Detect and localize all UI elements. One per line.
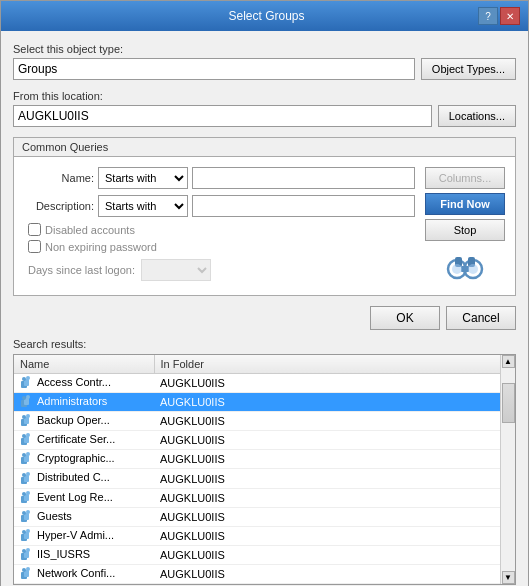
result-name-text: Hyper-V Admi... (37, 529, 114, 541)
group-icon (20, 567, 37, 579)
table-row[interactable]: Access Contr...AUGKLU0IIS (14, 374, 500, 393)
disabled-accounts-checkbox[interactable] (28, 223, 41, 236)
svg-point-37 (22, 511, 26, 515)
columns-button[interactable]: Columns... (425, 167, 505, 189)
object-type-row: Object Types... (13, 58, 516, 80)
find-now-button[interactable]: Find Now (425, 193, 505, 215)
object-types-button[interactable]: Object Types... (421, 58, 516, 80)
svg-point-18 (26, 414, 30, 418)
common-queries-group: Common Queries Name: Starts with Descrip… (13, 137, 516, 296)
name-filter-select[interactable]: Starts with (98, 167, 188, 189)
window-body: Select this object type: Object Types...… (1, 31, 528, 586)
header-row: Name In Folder (14, 355, 500, 374)
svg-point-50 (26, 567, 30, 571)
help-button[interactable]: ? (478, 7, 498, 25)
col-folder-header[interactable]: In Folder (154, 355, 500, 374)
result-folder-cell: AUGKLU0IIS (154, 412, 500, 431)
close-button[interactable]: ✕ (500, 7, 520, 25)
table-row[interactable]: Cryptographic...AUGKLU0IIS (14, 450, 500, 469)
location-input[interactable] (13, 105, 432, 127)
result-folder-cell: AUGKLU0IIS (154, 431, 500, 450)
svg-point-13 (22, 396, 26, 400)
results-table-body: Access Contr...AUGKLU0IISAdministratorsA… (14, 374, 500, 584)
table-row[interactable]: AdministratorsAUGKLU0IIS (14, 393, 500, 412)
table-row[interactable]: GuestsAUGKLU0IIS (14, 507, 500, 526)
group-icon (20, 529, 37, 541)
group-icon (20, 414, 37, 426)
svg-point-41 (22, 530, 26, 534)
ok-button[interactable]: OK (370, 306, 440, 330)
non-expiring-checkbox[interactable] (28, 240, 41, 253)
group-icon (20, 471, 37, 483)
search-icon-area (425, 245, 505, 285)
scroll-thumb[interactable] (502, 383, 515, 423)
location-section: From this location: Locations... (13, 90, 516, 127)
result-folder-cell: AUGKLU0IIS (154, 450, 500, 469)
result-name-text: Cryptographic... (37, 452, 115, 464)
queries-buttons: Columns... Find Now Stop (425, 167, 505, 285)
stop-button[interactable]: Stop (425, 219, 505, 241)
title-bar: Select Groups ? ✕ (1, 1, 528, 31)
disabled-accounts-row: Disabled accounts (24, 223, 415, 236)
search-results-label: Search results: (13, 338, 516, 350)
result-name-cell: Cryptographic... (14, 450, 154, 469)
scrollbar[interactable]: ▲ ▼ (500, 355, 515, 584)
result-name-text: IIS_IUSRS (37, 548, 90, 560)
svg-point-33 (22, 492, 26, 496)
description-row: Description: Starts with (24, 195, 415, 217)
table-row[interactable]: Event Log Re...AUGKLU0IIS (14, 488, 500, 507)
svg-point-42 (26, 529, 30, 533)
svg-rect-2 (461, 266, 469, 272)
table-row[interactable]: Distributed C...AUGKLU0IIS (14, 469, 500, 488)
svg-point-45 (22, 549, 26, 553)
common-queries-body: Name: Starts with Description: Starts wi… (14, 157, 515, 295)
result-folder-cell: AUGKLU0IIS (154, 545, 500, 564)
svg-point-46 (26, 548, 30, 552)
common-queries-tab[interactable]: Common Queries (14, 138, 515, 157)
result-name-cell: Distributed C... (14, 469, 154, 488)
results-table-container: Name In Folder Access Contr...AUGKLU0IIS… (13, 354, 516, 585)
footer-buttons: OK Cancel (13, 306, 516, 330)
result-folder-cell: AUGKLU0IIS (154, 507, 500, 526)
result-folder-cell: AUGKLU0IIS (154, 374, 500, 393)
result-name-cell: Event Log Re... (14, 488, 154, 507)
description-input[interactable] (192, 195, 415, 217)
result-name-text: Network Confi... (37, 567, 115, 579)
group-icon (20, 491, 37, 503)
days-logon-select[interactable] (141, 259, 211, 281)
svg-point-34 (26, 491, 30, 495)
desc-filter-select[interactable]: Starts with (98, 195, 188, 217)
group-icon (20, 548, 37, 560)
table-row[interactable]: Certificate Ser...AUGKLU0IIS (14, 431, 500, 450)
table-row[interactable]: Backup Oper...AUGKLU0IIS (14, 412, 500, 431)
svg-point-30 (26, 472, 30, 476)
results-table: Name In Folder Access Contr...AUGKLU0IIS… (14, 355, 500, 584)
table-row[interactable]: IIS_IUSRSAUGKLU0IIS (14, 545, 500, 564)
binoculars-icon (445, 245, 485, 285)
title-bar-controls: ? ✕ (478, 7, 520, 25)
name-input[interactable] (192, 167, 415, 189)
disabled-accounts-label: Disabled accounts (45, 224, 135, 236)
svg-point-21 (22, 434, 26, 438)
col-name-header[interactable]: Name (14, 355, 154, 374)
result-name-text: Event Log Re... (37, 491, 113, 503)
search-results-section: Search results: Name In Folder Access Co… (13, 338, 516, 585)
non-expiring-row: Non expiring password (24, 240, 415, 253)
description-label: Description: (24, 200, 94, 212)
location-label: From this location: (13, 90, 516, 102)
days-logon-row: Days since last logon: (24, 259, 415, 281)
group-icon (20, 433, 37, 445)
result-name-cell: Access Contr... (14, 374, 154, 393)
locations-button[interactable]: Locations... (438, 105, 516, 127)
result-folder-cell: AUGKLU0IIS (154, 526, 500, 545)
svg-point-9 (22, 377, 26, 381)
group-icon (20, 376, 37, 388)
select-groups-window: Select Groups ? ✕ Select this object typ… (0, 0, 529, 586)
cancel-button[interactable]: Cancel (446, 306, 516, 330)
object-type-input[interactable] (13, 58, 415, 80)
table-row[interactable]: Network Confi...AUGKLU0IIS (14, 564, 500, 583)
table-row[interactable]: Hyper-V Admi...AUGKLU0IIS (14, 526, 500, 545)
result-folder-cell: AUGKLU0IIS (154, 393, 500, 412)
result-name-text: Certificate Ser... (37, 433, 115, 445)
table-wrapper: Name In Folder Access Contr...AUGKLU0IIS… (14, 355, 515, 584)
